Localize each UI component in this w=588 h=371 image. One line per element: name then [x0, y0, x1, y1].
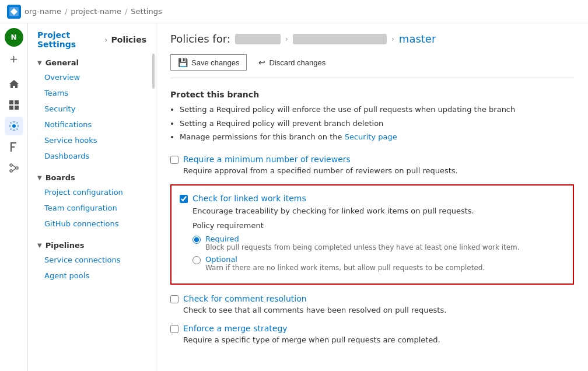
- svg-rect-1: [9, 100, 13, 104]
- sidebar-item-dashboards[interactable]: Dashboards: [28, 148, 156, 164]
- protect-branch-section: Protect this branch Setting a Required p…: [170, 90, 574, 143]
- sidebar-item-project-config[interactable]: Project configuration: [28, 184, 156, 200]
- discard-button[interactable]: ↩ Discard changes: [251, 55, 332, 70]
- sidebar-item-team-config[interactable]: Team configuration: [28, 200, 156, 216]
- pipelines-section-toggle[interactable]: ▼ Pipelines: [28, 236, 156, 252]
- breadcrumb: org-name / project-name / Settings: [24, 7, 162, 16]
- sidebar-item-teams[interactable]: Teams: [28, 85, 156, 101]
- breadcrumb-org[interactable]: org-name: [24, 7, 61, 16]
- svg-line-13: [12, 169, 16, 171]
- svg-point-10: [16, 167, 18, 169]
- top-bar: org-name / project-name / Settings: [0, 0, 588, 23]
- linked-work-items-checkbox[interactable]: [180, 195, 188, 203]
- linked-work-items-desc: Encourage traceability by checking for l…: [192, 206, 565, 215]
- breadcrumb-current: Settings: [131, 7, 162, 16]
- save-button[interactable]: 💾 Save changes: [170, 54, 247, 71]
- pipelines-icon[interactable]: [5, 159, 23, 177]
- boards-icon[interactable]: [5, 96, 23, 114]
- repos-icon[interactable]: [5, 138, 23, 156]
- user-avatar[interactable]: N: [5, 28, 23, 47]
- policy-comment-resolution: Check for comment resolution Check to se…: [170, 294, 574, 314]
- general-chevron: ▼: [37, 60, 42, 66]
- protect-bullet-3: Manage permissions for this branch on th…: [180, 131, 574, 143]
- content-area: Policies for: xxxxxxxx › xxxxxxxxxxxxxxx…: [156, 23, 588, 371]
- protect-bullet-1: Setting a Required policy will enforce t…: [180, 104, 574, 116]
- discard-icon: ↩: [258, 58, 265, 67]
- protect-link-prefix: Manage permissions for this branch on th…: [180, 132, 345, 141]
- sidebar-item-security[interactable]: Security: [28, 101, 156, 117]
- pipelines-chevron: ▼: [37, 242, 42, 249]
- breadcrumb-project[interactable]: project-name: [71, 7, 121, 16]
- svg-rect-2: [15, 100, 19, 104]
- merge-strategy-checkbox[interactable]: [170, 325, 178, 333]
- policy-min-reviewers: Require a minimum number of reviewers Re…: [170, 155, 574, 175]
- sidebar-section-boards: ▼ Boards Project configuration Team conf…: [28, 169, 156, 232]
- radio-required-label: Required: [205, 235, 520, 243]
- pipelines-section-label: Pipelines: [46, 241, 85, 250]
- protect-bullet-2: Setting a Required policy will prevent b…: [180, 118, 574, 130]
- protect-bullets: Setting a Required policy will enforce t…: [180, 104, 574, 143]
- policy-merge-header: Enforce a merge strategy: [170, 324, 574, 333]
- breadcrumb-sep-2: /: [125, 7, 127, 16]
- boards-items: Project configuration Team configuration…: [28, 184, 156, 232]
- svg-rect-7: [10, 142, 16, 144]
- merge-strategy-desc: Require a specific type of merge when pu…: [183, 335, 574, 344]
- policies-arrow-2: ›: [391, 35, 394, 43]
- radio-required-input[interactable]: [192, 236, 201, 244]
- min-reviewers-checkbox[interactable]: [170, 156, 178, 164]
- protect-heading: Protect this branch: [170, 90, 574, 99]
- policies-for-org: xxxxxxxx: [235, 34, 281, 44]
- comment-resolution-desc: Check to see that all comments have been…: [183, 306, 574, 314]
- linked-work-items-title: Check for linked work items: [192, 194, 306, 203]
- app-logo: [7, 5, 21, 19]
- radio-optional-input[interactable]: [192, 256, 201, 264]
- policy-merge-strategy: Enforce a merge strategy Require a speci…: [170, 324, 574, 344]
- sidebar-item-agent-pools[interactable]: Agent pools: [28, 268, 156, 284]
- policies-header-label: Policies: [111, 35, 146, 44]
- sidebar-item-notifications[interactable]: Notifications: [28, 117, 156, 132]
- policy-linked-work-items: Check for linked work items Encourage tr…: [170, 184, 574, 285]
- security-page-link[interactable]: Security page: [345, 132, 397, 141]
- min-reviewers-desc: Require approval from a specified number…: [183, 166, 574, 175]
- save-icon: 💾: [178, 58, 188, 67]
- radio-optional-label: Optional: [205, 255, 485, 264]
- sidebar-item-github-connections[interactable]: GitHub connections: [28, 216, 156, 232]
- svg-rect-3: [9, 106, 13, 110]
- general-items: Overview Teams Security Notifications Se…: [28, 69, 156, 164]
- sidebar: Project Settings › Policies ▼ General Ov…: [28, 23, 156, 371]
- policy-min-reviewers-header: Require a minimum number of reviewers: [170, 155, 574, 164]
- min-reviewers-title: Require a minimum number of reviewers: [183, 155, 351, 164]
- svg-point-11: [10, 170, 12, 172]
- comment-resolution-title: Check for comment resolution: [183, 294, 307, 303]
- project-settings-label[interactable]: Project Settings: [37, 30, 101, 49]
- radio-required-desc: Block pull requests from being completed…: [205, 243, 520, 251]
- general-section-label: General: [46, 58, 79, 67]
- radio-required: Required Block pull requests from being …: [192, 235, 565, 251]
- general-section-toggle[interactable]: ▼ General: [28, 54, 156, 69]
- sidebar-section-general: ▼ General Overview Teams Security Notifi…: [28, 54, 156, 164]
- svg-rect-4: [15, 106, 19, 110]
- policies-for-label: Policies for:: [170, 33, 230, 45]
- comment-resolution-checkbox[interactable]: [170, 295, 178, 303]
- radio-optional-content: Optional Warn if there are no linked wor…: [205, 255, 485, 272]
- settings-icon[interactable]: [5, 117, 23, 135]
- icon-bar: N +: [0, 23, 28, 371]
- sidebar-item-service-hooks[interactable]: Service hooks: [28, 132, 156, 148]
- policies-arrow-1: ›: [285, 35, 288, 43]
- radio-optional: Optional Warn if there are no linked wor…: [192, 255, 565, 272]
- sidebar-item-service-connections[interactable]: Service connections: [28, 252, 156, 268]
- sidebar-item-overview[interactable]: Overview: [28, 69, 156, 85]
- breadcrumb-sep-1: /: [65, 7, 67, 16]
- discard-label: Discard changes: [269, 58, 326, 67]
- svg-rect-8: [10, 146, 15, 148]
- add-button[interactable]: +: [5, 49, 23, 68]
- svg-point-5: [12, 124, 16, 128]
- home-icon[interactable]: [5, 75, 23, 93]
- radio-optional-desc: Warn if there are no linked work items, …: [205, 264, 485, 272]
- save-label: Save changes: [191, 58, 239, 67]
- policies-branch: master: [399, 33, 436, 45]
- boards-section-toggle[interactable]: ▼ Boards: [28, 169, 156, 184]
- policies-for-header: Policies for: xxxxxxxx › xxxxxxxxxxxxxxx…: [170, 33, 574, 45]
- boards-section-label: Boards: [46, 173, 75, 182]
- boards-chevron: ▼: [37, 174, 42, 181]
